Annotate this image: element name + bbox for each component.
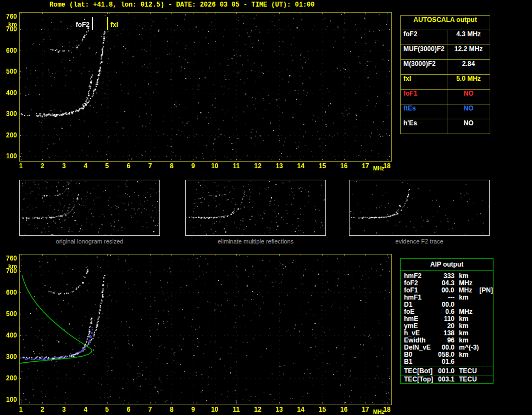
main-x-tick-label: 6: [121, 162, 136, 170]
profile-x-tick-label: 12: [251, 406, 265, 413]
thumbnail-multiples-caption: eliminate multiple reflections: [185, 238, 326, 245]
thumbnail-original-caption: original ionogram resized: [19, 238, 160, 245]
ionogram-main-canvas: [20, 13, 390, 160]
thumbnail-multiples-canvas: [186, 180, 325, 235]
main-y-tick-label: 100: [0, 152, 17, 160]
aip-row-extra: [479, 323, 493, 330]
profile-x-axis-unit: MHz: [373, 409, 385, 415]
autoscala-row: foF24.3 MHz: [401, 30, 490, 45]
profile-y-tick-label: 300: [0, 353, 17, 361]
profile-y-tick-label: 760: [0, 254, 17, 262]
main-x-tick-label: 3: [57, 162, 71, 170]
aip-tec-row: TEC[Top]003.1TECU: [401, 375, 493, 383]
autoscala-row-value: NO: [447, 104, 490, 119]
fxI-marker-label: fxI: [110, 21, 118, 29]
main-y-tick-label: 200: [0, 131, 17, 139]
profile-y-tick-label: 200: [0, 374, 17, 382]
aip-row: B101.6: [401, 358, 493, 366]
main-x-axis-unit: MHz: [373, 165, 385, 171]
aip-row-unit: [455, 358, 479, 366]
autoscala-row: ftEsNO: [401, 104, 490, 119]
profile-x-tick-label: 4: [79, 406, 93, 413]
thumbnail-f2trace-caption: evidence F2 trace: [349, 238, 490, 245]
autoscala-row-value: 4.3 MHz: [447, 30, 490, 45]
main-x-tick-label: 14: [293, 162, 308, 170]
main-y-tick-label: 400: [0, 89, 17, 97]
aip-tec-value: 003.1: [436, 375, 455, 383]
autoscala-row-value: 5.0 MHz: [447, 75, 490, 89]
aip-row-unit: km: [455, 294, 479, 301]
autoscala-row-label: foF2: [401, 30, 447, 45]
aip-table-title: AIP output: [401, 259, 493, 271]
profile-y-tick-label: 400: [0, 331, 17, 339]
aip-output-table: AIP output hmF2333kmfoF204.3MHzfoF100.0M…: [400, 258, 494, 384]
profile-x-tick-label: 3: [57, 406, 71, 413]
aip-row-extra: [479, 358, 493, 366]
autoscala-table-rows: foF24.3 MHzMUF(3000)F212.2 MHzM(3000)F22…: [401, 30, 490, 134]
main-x-tick-label: 5: [100, 162, 114, 170]
aip-row-extra: [479, 316, 493, 323]
profile-x-tick-label: 5: [100, 406, 114, 413]
ionogram-profile-canvas: [20, 254, 390, 403]
main-x-tick-label: 17: [358, 162, 373, 170]
autoscala-row-value: NO: [447, 90, 490, 104]
autoscala-row: h'EsNO: [401, 119, 490, 134]
main-y-tick-label: 760: [0, 13, 17, 20]
window-title: Rome (lat: +41.8, lon: 012.5) - DATE: 20…: [49, 1, 314, 9]
profile-x-tick-label: 2: [35, 406, 49, 413]
autoscala-row-label: fxI: [401, 75, 447, 89]
main-x-tick-label: 8: [164, 162, 179, 170]
thumbnail-multiples-panel: [185, 180, 326, 236]
autoscala-row-value: 2.84: [447, 60, 490, 74]
main-x-tick-label: 7: [143, 162, 157, 170]
main-x-tick-label: 1: [14, 162, 28, 170]
thumbnail-f2trace-panel: [349, 180, 490, 236]
main-x-tick-label: 11: [229, 162, 243, 170]
profile-y-tick-label: 600: [0, 289, 17, 296]
autoscala-row-label: ftEs: [401, 104, 447, 119]
autoscala-row-value: NO: [447, 119, 490, 134]
autoscala-row-label: M(3000)F2: [401, 60, 447, 74]
main-y-tick-label: 500: [0, 68, 17, 75]
main-x-tick-label: 2: [35, 162, 49, 170]
profile-x-tick-label: 1: [14, 406, 28, 413]
aip-tec-value: 001.0: [436, 367, 455, 375]
aip-row-extra: [479, 294, 493, 301]
profile-x-tick-label: 13: [272, 406, 286, 413]
aip-row-value: 01.6: [436, 358, 455, 366]
aip-row-extra: [479, 337, 493, 344]
profile-x-tick-label: 9: [186, 406, 200, 413]
aip-row-extra: [479, 273, 493, 280]
aip-tec-rows: TEC[Bot]001.0TECUTEC[Top]003.1TECU: [401, 367, 493, 383]
profile-y-tick-label: 700: [0, 267, 17, 275]
main-x-tick-label: 16: [337, 162, 351, 170]
aip-row-extra: [479, 308, 493, 316]
main-x-tick-label: 12: [251, 162, 265, 170]
aip-row-label: B1: [401, 358, 436, 366]
main-x-tick-label: 13: [272, 162, 286, 170]
autoscala-row: foF1NO: [401, 90, 490, 104]
profile-x-tick-label: 14: [293, 406, 308, 413]
autoscala-row-label: MUF(3000)F2: [401, 45, 447, 59]
main-y-tick-label: 700: [0, 25, 17, 33]
aip-row-extra: [479, 351, 493, 358]
profile-y-tick-label: 100: [0, 396, 17, 403]
aip-row-extra: [479, 330, 493, 337]
profile-x-tick-label: 16: [337, 406, 351, 413]
main-x-tick-label: 10: [208, 162, 222, 170]
aip-tec-unit: TECU: [455, 375, 479, 383]
thumbnail-original-canvas: [20, 180, 159, 235]
thumbnail-original-panel: [19, 180, 160, 236]
autoscala-row-value: 12.2 MHz: [447, 45, 490, 59]
aip-row-extra: [479, 301, 493, 308]
aip-row-extra: [PN]: [478, 287, 493, 294]
autoscala-output-table: AUTOSCALA output foF24.3 MHzMUF(3000)F21…: [400, 15, 490, 134]
profile-x-tick-label: 8: [164, 406, 179, 413]
autoscala-row: fxI5.0 MHz: [401, 75, 490, 90]
foF2-marker-line: [92, 17, 93, 30]
main-x-tick-label: 4: [79, 162, 93, 170]
main-x-tick-label: 15: [315, 162, 329, 170]
aip-tec-label: TEC[Bot]: [401, 367, 436, 375]
aip-tec-unit: TECU: [455, 367, 479, 375]
profile-x-tick-label: 7: [143, 406, 157, 413]
